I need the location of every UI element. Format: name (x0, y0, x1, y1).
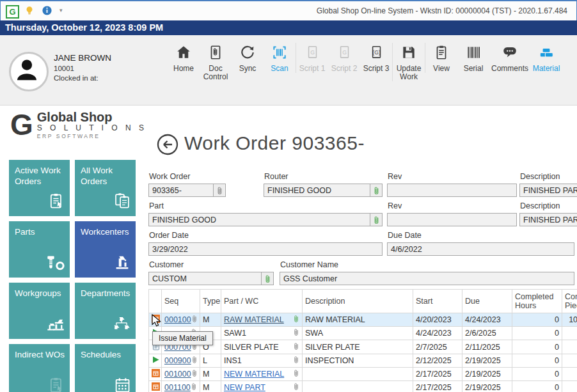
seq-link[interactable]: 000900 (164, 356, 191, 365)
tile-workcenters[interactable]: Workcenters (75, 221, 136, 278)
material-icon[interactable] (149, 381, 162, 392)
attachment-icon[interactable] (191, 356, 198, 366)
seq-link[interactable]: 001000 (164, 370, 191, 379)
clocked-in-label: Clocked in at: (54, 74, 99, 82)
script2-button[interactable]: G Script 2 (328, 43, 360, 73)
part-wc-link[interactable]: RAW MATERIAL (224, 315, 284, 324)
logo-tagline: ERP SOFTWARE (37, 133, 147, 140)
header-part-wc[interactable]: Part / WC (221, 290, 303, 313)
main-content: G Global Shop S O L U T I O N S ERP SOFT… (0, 106, 577, 392)
start-cell: 2/17/2025 (413, 368, 462, 381)
page-title: Work Order 903365- (184, 132, 365, 154)
description2-field[interactable]: FINISHED PART D (519, 213, 577, 226)
comments-bubble-icon (489, 43, 530, 62)
serial-button[interactable]: Serial (457, 43, 489, 73)
material-button[interactable]: Material (530, 43, 562, 73)
part-wc-link[interactable]: NEW MATERIAL (224, 370, 284, 379)
description2-label: Description (520, 201, 560, 210)
router-field[interactable]: FINISHED GOOD (264, 184, 383, 197)
attachment-icon[interactable] (293, 356, 299, 366)
header-description[interactable]: Description (303, 290, 413, 313)
due-date-field[interactable]: 4/6/2022 (387, 242, 574, 256)
home-button[interactable]: Home (168, 43, 200, 73)
description-cell (303, 368, 413, 381)
table-row[interactable]: 000900 L INS1 INSPECTION 2/12/2025 2/19/… (149, 354, 577, 368)
header-completed-hours[interactable]: Completed Hours (512, 290, 562, 313)
scan-barcode-icon (264, 43, 296, 62)
customer-attachment-icon[interactable] (261, 272, 273, 285)
header-type[interactable]: Type (200, 290, 221, 313)
attachment-icon[interactable] (191, 315, 198, 325)
type-cell: M (200, 368, 221, 381)
table-row[interactable]: SAW1 SWA 4/24/2023 2/6/2025 0 3 (149, 327, 577, 340)
tile-schedules[interactable]: Schedules (75, 344, 136, 392)
tile-active-work-orders[interactable]: Active Work Orders (9, 160, 70, 216)
rev1-field[interactable] (387, 184, 517, 197)
scan-button[interactable]: Scan (264, 43, 296, 73)
pieces-cell: 0 (562, 354, 577, 368)
work-order-field[interactable]: 903365- (148, 184, 226, 197)
table-row[interactable]: 001100 M NEW PART 2/17/2025 2/19/2025 0 … (149, 381, 577, 392)
script1-button[interactable]: G Script 1 (296, 43, 328, 73)
customer-name-field[interactable]: GSS Customer (280, 272, 574, 285)
back-button[interactable] (157, 134, 178, 155)
attachment-icon[interactable] (191, 382, 197, 392)
toolbar: JANE BROWN 10001 Clocked in at: Home Doc… (0, 35, 577, 106)
tile-parts[interactable]: Parts (9, 221, 70, 278)
header-icon-col (149, 290, 162, 313)
work-order-attachment-icon[interactable] (213, 184, 225, 196)
tile-indirect-wos[interactable]: Indirect WOs (9, 344, 70, 392)
attachment-icon[interactable] (191, 369, 198, 379)
seq-link[interactable]: 000100 (164, 315, 191, 324)
table-row[interactable]: 000100 M RAW MATERIAL RAW MATERIAL 4/20/… (149, 313, 577, 327)
part-label: Part (149, 201, 164, 210)
comments-button[interactable]: Comments (489, 43, 530, 73)
sync-button[interactable]: Sync (232, 43, 264, 73)
table-row[interactable]: 000700 O SILVER PLATE SILVER PLATE 2/7/2… (149, 340, 577, 354)
view-button[interactable]: View (425, 43, 457, 73)
tile-departments[interactable]: Departments (75, 283, 136, 339)
start-cell: 4/20/2023 (413, 313, 462, 327)
customer-field[interactable]: CUSTOM (148, 272, 274, 285)
rev2-field[interactable] (387, 213, 517, 226)
quick-access-caret-icon[interactable]: ▾ (59, 7, 63, 13)
lightbulb-icon[interactable] (24, 5, 35, 17)
seq-link[interactable]: 001100 (164, 383, 191, 392)
doc-control-button[interactable]: Doc Control (200, 43, 232, 81)
attachment-icon[interactable] (293, 315, 299, 325)
home-icon (168, 43, 200, 62)
tile-workgroups[interactable]: Workgroups (9, 283, 70, 339)
header-seq[interactable]: Seq (162, 290, 200, 313)
type-cell: M (200, 313, 221, 327)
info-icon[interactable] (42, 5, 52, 16)
attachment-icon[interactable] (293, 342, 299, 352)
work-order-label: Work Order (149, 172, 190, 181)
header-start[interactable]: Start (413, 290, 462, 313)
description1-field[interactable]: FINISHED PART (519, 184, 577, 197)
start-cell: 4/24/2023 (413, 327, 462, 340)
script3-button[interactable]: (G) Script 3 (360, 43, 392, 73)
order-date-field[interactable]: 3/29/2022 (148, 242, 383, 256)
part-attachment-icon[interactable] (370, 214, 382, 226)
router-attachment-icon[interactable] (370, 184, 382, 196)
attachment-icon[interactable] (293, 369, 299, 379)
gss-app-icon[interactable]: G (6, 5, 19, 19)
svg-text:(G): (G) (372, 49, 381, 56)
table-row[interactable]: 001000 M NEW MATERIAL 2/17/2025 2/19/202… (149, 368, 577, 381)
clipboard-faded-icon (47, 376, 65, 392)
start-cell: 2/12/2025 (413, 354, 462, 368)
avatar[interactable] (9, 52, 49, 91)
play-icon[interactable] (149, 354, 162, 368)
description-cell: RAW MATERIAL (303, 313, 413, 327)
part-wc-link[interactable]: NEW PART (224, 383, 265, 392)
description-cell: SWA (303, 327, 413, 340)
tile-all-work-orders[interactable]: All Work Orders (75, 160, 136, 216)
header-completed-pieces[interactable]: Completed Pieces (562, 290, 577, 313)
attachment-icon[interactable] (293, 328, 299, 338)
part-field[interactable]: FINISHED GOOD (148, 213, 383, 226)
attachment-icon[interactable] (293, 382, 299, 392)
header-due[interactable]: Due (462, 290, 512, 313)
hours-cell: 0 (512, 381, 562, 392)
update-work-button[interactable]: Update Work (392, 43, 425, 81)
material-icon[interactable] (149, 368, 162, 381)
